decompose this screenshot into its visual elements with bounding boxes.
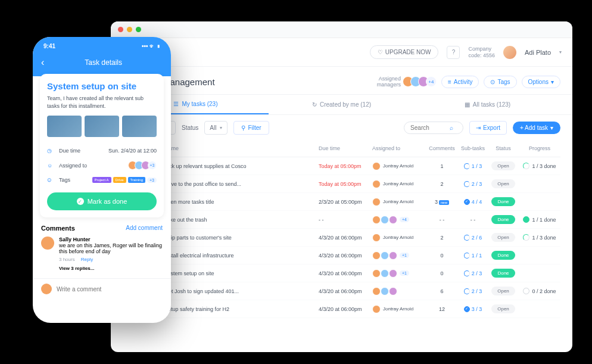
phone-tag[interactable]: Training (128, 177, 145, 183)
assigned-cell: Jontray Arnold (372, 180, 426, 188)
tag-icon: ⊙ (47, 177, 55, 183)
status-cell: Done (488, 251, 519, 260)
status-cell: Done (488, 197, 519, 206)
progress-cell: 1 / 3 done (519, 163, 560, 169)
task-title: System setup on site (47, 81, 157, 91)
mark-done-button[interactable]: ✓ Mark as done (47, 192, 157, 210)
assigned-cell: +1 (372, 269, 426, 278)
subtasks-cell: 2 / 3 (458, 288, 488, 294)
status-cell: Open (488, 161, 519, 170)
task-thumbnails[interactable] (47, 116, 157, 137)
phone-status-bar: 9:41 ••• ᯤ ▮ (33, 37, 171, 55)
add-task-button[interactable]: + Add task ▾ (513, 122, 560, 134)
tags-extra-badge[interactable]: +3 (147, 178, 157, 183)
page-header: ✓ Task management Assigned managers +4 ≡… (111, 67, 572, 95)
commenter-name: Sally Hunter (59, 237, 163, 242)
topbar: eam ♡ UPGRADE NOW ? Company code: 4556 A… (111, 38, 572, 67)
col-subtasks: Sub-tasks (458, 145, 488, 152)
assigned-avatars[interactable]: +3 (130, 161, 157, 170)
close-dot[interactable] (118, 27, 123, 32)
search-box[interactable]: ⌕ (404, 122, 463, 134)
task-name: Take out the trash (164, 217, 319, 223)
subtasks-cell: 2 / 3 (458, 270, 488, 276)
subtasks-cell: 2 / 3 (458, 181, 488, 187)
assigned-cell: Jontray Arnold (372, 198, 426, 206)
phone-tag[interactable]: Drive (113, 177, 126, 183)
phone-time: 9:41 (43, 43, 55, 49)
task-table: Tag Name Due time Assigned to Comments S… (111, 141, 572, 330)
assigned-cell: +1 (372, 251, 426, 260)
col-comments: Comments (426, 145, 458, 152)
signal-icons: ••• ᯤ ▮ (142, 43, 160, 49)
activity-button[interactable]: ≡ Activity (441, 76, 479, 88)
task-name: Pick up relevant supplies at Cosco (164, 163, 319, 169)
table-row[interactable]: Project A Ship parts to customer's site … (123, 229, 560, 247)
reply-link[interactable]: Reply (81, 257, 93, 262)
minimize-dot[interactable] (127, 27, 132, 32)
user-avatar[interactable] (503, 46, 516, 59)
options-button[interactable]: Options ▾ (522, 76, 560, 88)
help-icon[interactable]: ? (447, 46, 460, 59)
assigned-cell: Jontray Arnold (372, 305, 426, 313)
tags-button[interactable]: ⊙ Tags (484, 76, 516, 88)
task-name: Drive to the post office to send... (164, 181, 319, 187)
comment-item: Sally Hunter we are on this James, Roger… (41, 237, 163, 271)
table-row[interactable]: Drive to the post office to send... Toda… (123, 175, 560, 193)
comment-input[interactable] (57, 286, 163, 293)
managers-label: Assigned managers (377, 76, 401, 88)
task-name: Get Josh to sign updated 401... (164, 288, 319, 294)
table-row[interactable]: System setup on site 4/3/20 at 06:00pm +… (123, 265, 560, 282)
col-progress: Progress (519, 145, 560, 152)
subtasks-cell: 2 / 6 (458, 235, 488, 241)
table-row[interactable]: Training Setup safety training for H2 4/… (123, 300, 560, 318)
comment-text: we are on this James, Roger will be fina… (59, 242, 163, 254)
due-time: 4/3/20 at 06:00pm (319, 235, 372, 241)
phone-mockup: 9:41 ••• ᯤ ▮ ‹ Task details System setup… (33, 37, 171, 323)
status-cell: Open (488, 233, 519, 242)
assigned-cell: Jontray Arnold (372, 234, 426, 242)
status-cell: Open (488, 287, 519, 295)
due-time: Today at 05:00pm (319, 181, 372, 187)
assigned-cell: Jontray Arnold (372, 162, 426, 170)
add-comment-link[interactable]: Add comment (126, 225, 163, 232)
col-due: Due time (319, 145, 372, 152)
user-name: Adi Plato (525, 49, 551, 56)
upgrade-button[interactable]: ♡ UPGRADE NOW (370, 45, 439, 59)
write-comment-row (33, 278, 171, 299)
filter-button[interactable]: ⚲ Filter (233, 121, 269, 135)
due-time: - - (319, 217, 372, 223)
comments-count: 1 (426, 163, 458, 169)
managers-avatars[interactable]: +4 (406, 76, 437, 87)
task-name: Even more tasks title (164, 199, 319, 205)
search-icon: ⌕ (450, 125, 453, 131)
assigned-row: ☺ Assigned to +3 (47, 157, 157, 173)
phone-tag[interactable]: Project A (92, 177, 111, 183)
table-row[interactable]: Errands Take out the trash - - +4 - - - … (123, 211, 560, 229)
search-input[interactable] (410, 125, 446, 131)
table-row[interactable]: Install electrical infrastructure 4/3/20… (123, 247, 560, 265)
commenter-avatar (41, 237, 54, 250)
status-cell: Done (488, 215, 519, 224)
view-replies-link[interactable]: View 3 replies... (59, 266, 163, 271)
due-time: Today at 05:00pm (319, 163, 372, 169)
status-dropdown[interactable]: All ▾ (204, 121, 228, 135)
tags-row: ⊙ Tags Project ADriveTraining+3 (47, 173, 157, 186)
phone-title: Task details (44, 58, 163, 67)
chevron-down-icon[interactable]: ▾ (559, 49, 562, 55)
export-button[interactable]: ⇥ Export (469, 121, 507, 135)
assigned-cell: +4 (372, 216, 426, 224)
table-row[interactable]: Drive Pick up relevant supplies at Cosco… (123, 157, 560, 175)
table-row[interactable]: Even more tasks title 2/3/20 at 05:00pm … (123, 193, 560, 211)
table-row[interactable]: HR tasks Get Josh to sign updated 401...… (123, 282, 560, 300)
tab-all-tasks[interactable]: ▦ All tasks (123) (415, 95, 560, 114)
due-time: 2/3/20 at 05:00pm (319, 199, 372, 205)
company-code: Company code: 4556 (468, 46, 495, 59)
progress-cell: 1 / 1 done (519, 216, 560, 223)
comments-title: Comments (41, 225, 75, 232)
due-time: 4/3/20 at 06:00pm (319, 288, 372, 294)
maximize-dot[interactable] (136, 27, 141, 32)
tab-created-by-me[interactable]: ↻ Created by me (12) (269, 95, 415, 114)
progress-cell: 0 / 2 done (519, 288, 560, 294)
comments-count: 2 (426, 181, 458, 187)
progress-cell: 1 / 3 done (519, 234, 560, 241)
